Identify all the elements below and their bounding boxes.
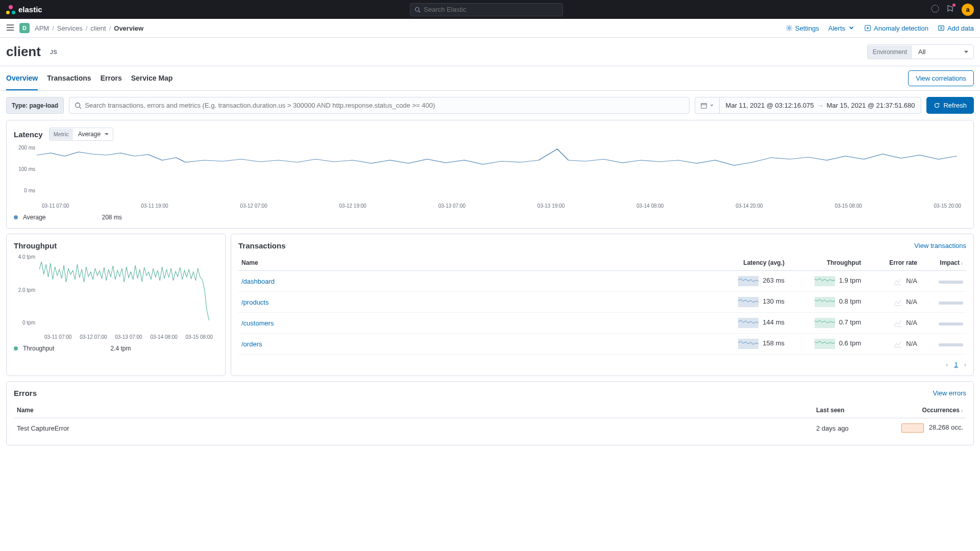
settings-link[interactable]: Settings — [786, 24, 819, 32]
svg-line-13 — [80, 107, 82, 109]
table-row: /orders 158 ms 0.6 tpm N/A — [238, 334, 966, 355]
impact-bar — [939, 281, 963, 284]
error-link[interactable]: Test CaptureError — [17, 424, 69, 432]
table-row: /products 130 ms 0.8 tpm N/A — [238, 292, 966, 313]
page-title: client — [6, 44, 41, 60]
user-avatar[interactable]: a — [962, 4, 974, 16]
impact-bar — [939, 322, 963, 325]
space-badge[interactable]: D — [19, 23, 30, 33]
tab-service-map[interactable]: Service Map — [131, 67, 173, 90]
latency-sparkline — [738, 276, 758, 286]
latency-sparkline — [738, 297, 758, 307]
filter-type-badge[interactable]: Type: page-load — [6, 97, 64, 114]
date-from: Mar 11, 2021 @ 03:12:16.075 — [726, 102, 814, 109]
svg-rect-23 — [815, 318, 835, 328]
tab-errors[interactable]: Errors — [101, 67, 122, 90]
query-input[interactable] — [82, 97, 683, 113]
breadcrumb-current: Overview — [114, 24, 143, 32]
query-bar[interactable] — [69, 97, 689, 114]
latency-chart: 200 ms 100 ms 0 ms — [37, 145, 966, 201]
prev-page-icon[interactable]: ‹ — [946, 361, 948, 368]
env-label: Environment — [868, 45, 912, 59]
throughput-legend-label: Throughput — [23, 345, 54, 352]
impact-bar — [939, 343, 963, 346]
environment-selector[interactable]: Environment All — [867, 44, 974, 59]
tab-transactions[interactable]: Transactions — [47, 67, 91, 90]
svg-point-12 — [76, 103, 80, 107]
svg-rect-17 — [815, 276, 835, 286]
table-row: /customers 144 ms 0.7 tpm N/A — [238, 313, 966, 334]
throughput-sparkline — [815, 297, 835, 307]
global-search-input[interactable] — [424, 6, 558, 13]
nav-toggle-icon[interactable] — [6, 24, 14, 33]
transaction-link[interactable]: /products — [241, 298, 268, 306]
view-transactions-link[interactable]: View transactions — [914, 242, 966, 249]
agent-badge: JS — [50, 49, 57, 55]
svg-rect-20 — [815, 297, 835, 307]
help-icon[interactable] — [931, 5, 939, 14]
breadcrumb-client[interactable]: client — [90, 24, 106, 32]
latency-sparkline — [738, 339, 758, 349]
add-data-link[interactable]: Add data — [938, 24, 974, 32]
transactions-pagination: ‹ 1 › — [238, 361, 966, 368]
filter-row: Type: page-load Mar 11, 2021 @ 03:12:16.… — [0, 91, 980, 120]
latency-legend-value: 208 ms — [102, 214, 121, 221]
chevron-down-icon — [848, 24, 855, 32]
throughput-panel: Throughput 4.0 tpm 2.0 tpm 0 tpm 03-11 0… — [6, 234, 226, 376]
occurrences-sparkline — [901, 423, 924, 433]
breadcrumb: APM/ Services/ client/ Overview — [35, 24, 143, 32]
errors-title: Errors — [14, 389, 37, 397]
search-icon — [75, 102, 82, 109]
svg-point-8 — [867, 27, 869, 29]
svg-point-2 — [932, 5, 939, 12]
svg-line-1 — [419, 11, 421, 12]
latency-panel: Latency Metric Average 200 ms 100 ms 0 m… — [6, 120, 974, 229]
env-value: All — [912, 45, 973, 59]
search-icon — [414, 7, 421, 13]
anomaly-link[interactable]: Anomaly detection — [864, 24, 928, 32]
refresh-icon — [934, 102, 940, 109]
errors-panel: Errors View errors Name Last seen Occurr… — [6, 381, 974, 445]
latency-legend-label: Average — [23, 214, 45, 221]
date-to: Mar 15, 2021 @ 21:37:51.680 — [827, 102, 915, 109]
table-row: Test CaptureError 2 days ago 28,268 occ. — [14, 418, 966, 438]
latency-title: Latency — [14, 130, 43, 139]
tab-overview[interactable]: Overview — [6, 67, 38, 90]
calendar-icon[interactable] — [695, 98, 720, 113]
table-row: /dashboard 263 ms 1.9 tpm N/A — [238, 271, 966, 292]
svg-point-6 — [788, 27, 790, 29]
throughput-title: Throughput — [14, 241, 57, 250]
app-subbar: D APM/ Services/ client/ Overview Settin… — [0, 19, 980, 38]
throughput-sparkline — [815, 339, 835, 349]
page-header: client JS Environment All — [0, 38, 980, 66]
latency-sparkline — [738, 318, 758, 328]
view-correlations-button[interactable]: View correlations — [908, 70, 974, 86]
breadcrumb-services[interactable]: Services — [57, 24, 83, 32]
transactions-panel: Transactions View transactions Name Late… — [231, 234, 974, 376]
svg-rect-14 — [701, 103, 706, 108]
transaction-link[interactable]: /dashboard — [241, 278, 275, 285]
newsfeed-icon[interactable] — [946, 5, 954, 14]
sort-desc-icon: ↓ — [961, 408, 963, 413]
refresh-button[interactable]: Refresh — [926, 97, 974, 114]
global-search[interactable] — [410, 3, 563, 16]
view-errors-link[interactable]: View errors — [933, 389, 966, 397]
page-number[interactable]: 1 — [954, 361, 958, 368]
throughput-sparkline — [815, 276, 835, 286]
latency-metric-selector[interactable]: Metric Average — [49, 128, 113, 141]
breadcrumb-apm[interactable]: APM — [35, 24, 49, 32]
global-topbar: elastic a — [0, 0, 980, 19]
elastic-logo[interactable]: elastic — [6, 5, 42, 14]
next-page-icon[interactable]: › — [964, 361, 966, 368]
legend-dot — [14, 346, 18, 350]
transaction-link[interactable]: /orders — [241, 340, 262, 348]
chevron-down-icon — [709, 103, 714, 108]
impact-bar — [939, 302, 963, 305]
transactions-title: Transactions — [238, 241, 286, 250]
svg-point-0 — [415, 7, 420, 11]
alerts-link[interactable]: Alerts — [828, 24, 855, 32]
tabs-row: Overview Transactions Errors Service Map… — [0, 66, 980, 91]
date-picker[interactable]: Mar 11, 2021 @ 03:12:16.075 → Mar 15, 20… — [695, 97, 922, 114]
throughput-sparkline — [815, 318, 835, 328]
transaction-link[interactable]: /customers — [241, 319, 274, 327]
